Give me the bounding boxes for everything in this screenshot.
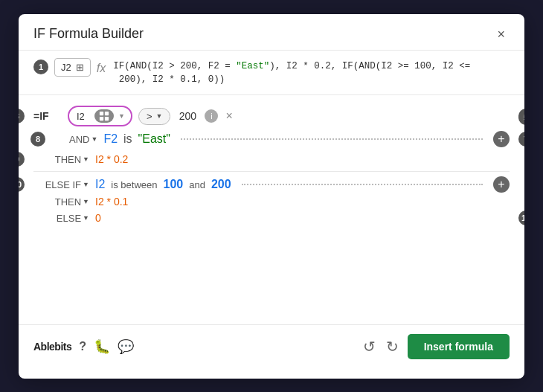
and-label: AND bbox=[69, 134, 89, 145]
add-elseif-condition-button[interactable]: + bbox=[493, 176, 510, 193]
num-9: 9 bbox=[19, 152, 25, 167]
num-3: 3 bbox=[19, 109, 25, 123]
and-cell: F2 bbox=[103, 132, 118, 146]
num-1: 1 bbox=[33, 60, 48, 74]
operator-pill[interactable]: > ▼ bbox=[138, 108, 171, 125]
footer-left: Ablebits ? 🐛 💬 bbox=[33, 338, 134, 355]
elseif-caret: ▼ bbox=[83, 181, 89, 188]
then-expr: I2 * 0.2 bbox=[95, 153, 128, 165]
feedback-icon[interactable]: 💬 bbox=[118, 338, 134, 355]
num-5-label: 5 bbox=[518, 110, 524, 125]
operator-caret: ▼ bbox=[156, 112, 163, 120]
then-label: THEN bbox=[55, 154, 81, 165]
if-cell-input[interactable]: I2 ▼ bbox=[68, 106, 132, 126]
builder-body: 3 =IF I2 ▼ > ▼ bbox=[19, 95, 524, 318]
footer-right: ↺ ↻ Insert formula bbox=[362, 334, 510, 359]
pill-caret: ▼ bbox=[118, 112, 125, 120]
else-label: ELSE bbox=[57, 213, 81, 224]
cell-ref-box[interactable]: J2 ⊞ bbox=[54, 58, 91, 77]
num-10: 10 bbox=[19, 177, 25, 192]
if-formula-builder-dialog: IF Formula Builder × 1 J2 ⊞ fx IF(AND(I2… bbox=[19, 14, 524, 379]
help-icon[interactable]: ? bbox=[79, 340, 86, 353]
svg-rect-3 bbox=[105, 117, 109, 121]
elseif-cell: I2 bbox=[95, 178, 105, 191]
info-icon[interactable]: i bbox=[205, 109, 218, 123]
elseif-val1: 100 bbox=[164, 178, 184, 191]
redo-button[interactable]: ↻ bbox=[385, 336, 400, 357]
num-8: 8 bbox=[30, 132, 45, 147]
table-icon: ⊞ bbox=[76, 62, 84, 73]
elseif-label: ELSE IF bbox=[45, 179, 81, 190]
fx-icon: fx bbox=[97, 59, 106, 75]
else-caret: ▼ bbox=[83, 214, 89, 222]
svg-rect-2 bbox=[100, 117, 103, 121]
close-button[interactable]: × bbox=[492, 26, 510, 42]
formula-bar: 1 J2 ⊞ fx IF(AND(I2 > 200, F2 = "East"),… bbox=[19, 51, 524, 96]
dotted-divider-2 bbox=[242, 184, 483, 185]
section-divider bbox=[33, 171, 510, 172]
insert-formula-button[interactable]: Insert formula bbox=[408, 334, 510, 359]
cell-picker-icon[interactable] bbox=[94, 109, 114, 123]
add-condition-button[interactable]: + bbox=[493, 131, 510, 147]
elseif-is: is between bbox=[111, 179, 157, 190]
and-caret: ▼ bbox=[91, 135, 97, 143]
num-11: 11 bbox=[518, 211, 524, 225]
if-value: 200 bbox=[176, 110, 199, 122]
dotted-divider-1 bbox=[181, 138, 483, 140]
dialog-header: IF Formula Builder × bbox=[19, 14, 524, 51]
and-is: is bbox=[123, 132, 132, 146]
and-value: "East" bbox=[138, 132, 170, 146]
brand-label: Ablebits bbox=[33, 341, 71, 353]
if-label: =IF bbox=[33, 110, 62, 122]
operator-value: > bbox=[147, 111, 152, 122]
bug-icon[interactable]: 🐛 bbox=[94, 338, 110, 355]
formula-text: IF(AND(I2 > 200, F2 = "East"), I2 * 0.2,… bbox=[113, 58, 510, 88]
then-caret: ▼ bbox=[83, 155, 89, 163]
num-7: 7 bbox=[518, 132, 524, 147]
dialog-footer: Ablebits ? 🐛 💬 ↺ ↻ Insert formula bbox=[19, 324, 524, 368]
elseif-val2: 200 bbox=[211, 178, 231, 191]
then2-expr: I2 * 0.1 bbox=[95, 196, 128, 208]
svg-rect-0 bbox=[100, 112, 103, 115]
if-cell-value: I2 bbox=[77, 111, 91, 122]
elseif-and-word: and bbox=[189, 179, 205, 190]
svg-rect-1 bbox=[105, 112, 109, 115]
dialog-title: IF Formula Builder bbox=[33, 26, 144, 42]
undo-button[interactable]: ↺ bbox=[362, 336, 377, 357]
then2-caret: ▼ bbox=[83, 198, 89, 205]
cell-ref-label: J2 bbox=[61, 62, 71, 73]
if-row-close[interactable]: × bbox=[225, 109, 232, 123]
else-expr: 0 bbox=[95, 212, 101, 224]
then2-label: THEN bbox=[55, 196, 81, 208]
